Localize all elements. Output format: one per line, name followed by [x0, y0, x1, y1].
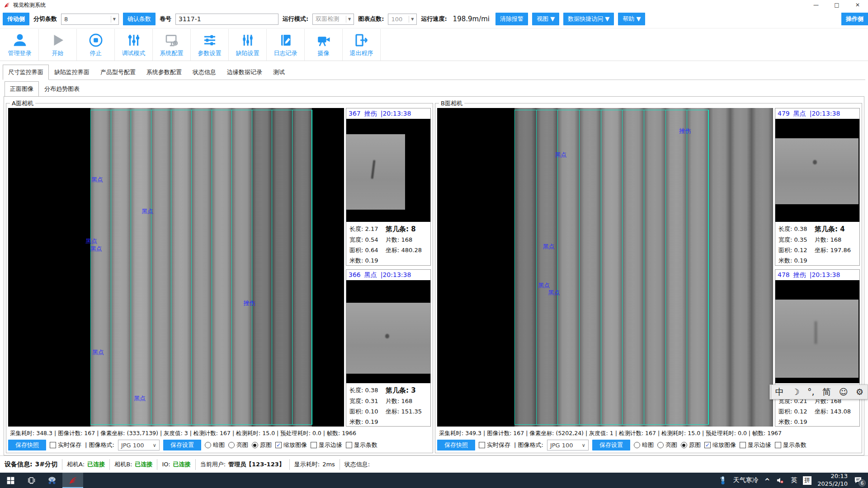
- film-strip: [730, 108, 752, 427]
- stat-label: 坐标:: [815, 247, 828, 253]
- main-tab-2[interactable]: 产品型号配置: [95, 65, 141, 80]
- defect-mark: [385, 334, 389, 338]
- display-option-checkbox-1[interactable]: 显示边缘: [311, 441, 342, 449]
- ribbon-item-system-config[interactable]: 系统配置: [153, 29, 191, 61]
- image-mode-radio-1[interactable]: 亮图: [228, 441, 248, 449]
- main-tab-0[interactable]: 尺寸监控界面: [3, 65, 49, 80]
- taskbar-clock[interactable]: 20:13 2025/2/10: [817, 473, 848, 488]
- punctuation-icon[interactable]: °,: [807, 388, 815, 396]
- ribbon-item-play[interactable]: 开始: [39, 29, 77, 61]
- defect-card[interactable]: 478挫伤|20:13:38长度: 0.57第几条: 3宽度: 0.21片数: …: [775, 269, 860, 427]
- save-snapshot-button[interactable]: 保存快照: [437, 440, 475, 450]
- operator-side-button[interactable]: 操作侧: [841, 13, 868, 25]
- display-option-checkbox-2[interactable]: 显示条数: [775, 441, 807, 449]
- camera-image[interactable]: 黑点黑点黑点黑点挫伤黑点黑点: [8, 108, 344, 427]
- strip-boundary-line: [665, 110, 666, 425]
- ribbon-item-label: 系统配置: [160, 49, 184, 57]
- task-view-button[interactable]: [21, 473, 42, 488]
- ribbon-item-log[interactable]: 日志记录: [267, 29, 305, 61]
- settings-gear-icon[interactable]: ⚙: [856, 388, 863, 396]
- save-settings-button[interactable]: 保存设置: [163, 440, 201, 450]
- stat-label: 坐标:: [386, 408, 399, 415]
- roll-number-input[interactable]: [175, 14, 278, 25]
- defect-card[interactable]: 366黑点|20:13:38长度: 0.38第几条: 3宽度: 0.31片数: …: [346, 269, 431, 427]
- ribbon-item-camera[interactable]: 摄像: [305, 29, 343, 61]
- ribbon-item-debug-mode[interactable]: 调试模式: [115, 29, 153, 61]
- half-moon-icon[interactable]: ☽: [792, 388, 799, 396]
- notification-center-button[interactable]: 6: [854, 476, 863, 485]
- defect-id: 479: [778, 110, 790, 118]
- status-item-5: 显示耗时:2ms: [290, 459, 340, 470]
- thermometer-icon[interactable]: [718, 476, 727, 485]
- app-taskbar-button[interactable]: [62, 473, 83, 488]
- defect-card[interactable]: 479黑点|20:13:38长度: 0.38第几条: 4宽度: 0.35片数: …: [775, 108, 860, 266]
- display-option-checkbox-0[interactable]: 缩放图像: [275, 441, 307, 449]
- main-tab-4[interactable]: 状态信息: [187, 65, 222, 80]
- lang-pinyin-indicator[interactable]: 拼: [803, 476, 811, 485]
- toolbar-button-2[interactable]: 数据快捷访问 ▼: [563, 13, 614, 25]
- simplified-icon[interactable]: 简: [822, 388, 831, 396]
- select-value: JPG 100: [550, 442, 573, 449]
- close-button[interactable]: ✕: [847, 0, 868, 10]
- confirm-count-button[interactable]: 确认条数: [123, 13, 156, 25]
- main-tab-5[interactable]: 边缘数据记录: [222, 65, 268, 80]
- radio-icon: [681, 442, 687, 448]
- chart-points-label: 图表点数:: [358, 15, 384, 23]
- film-strip: [579, 108, 601, 427]
- tray-expand-icon[interactable]: ^: [764, 477, 770, 485]
- image-mode-radio-0[interactable]: 暗图: [205, 441, 225, 449]
- ribbon-item-user[interactable]: 管理登录: [1, 29, 39, 61]
- stat-label: 第几条:: [386, 225, 409, 233]
- maximize-button[interactable]: □: [826, 0, 847, 10]
- ribbon-item-param-settings[interactable]: 参数设置: [191, 29, 229, 61]
- save-snapshot-button[interactable]: 保存快照: [8, 440, 46, 450]
- panel-controls: 保存快照实时保存| 图像格式:JPG 100∨保存设置暗图亮图原图缩放图像显示边…: [437, 439, 860, 451]
- realtime-save-checkbox[interactable]: 实时保存: [50, 441, 81, 449]
- start-button[interactable]: [0, 473, 21, 488]
- image-format-select[interactable]: JPG 100∨: [547, 440, 589, 450]
- drive-side-button[interactable]: 传动侧: [3, 13, 29, 25]
- camera-panel-b: B面相机挫伤黑点黑点黑点黑点479黑点|20:13:38长度: 0.38第几条:…: [435, 103, 862, 453]
- minimize-button[interactable]: —: [806, 0, 826, 10]
- realtime-save-checkbox[interactable]: 实时保存: [479, 441, 510, 449]
- window-title: 视觉检测系统: [13, 1, 46, 9]
- image-mode-radio-2[interactable]: 原图: [681, 441, 701, 449]
- image-mode-radio-1[interactable]: 亮图: [657, 441, 677, 449]
- stat-label: 片数:: [815, 236, 828, 243]
- split-count-select[interactable]: 8 ▼: [61, 14, 119, 25]
- main-tab-3[interactable]: 系统参数配置: [141, 65, 187, 80]
- display-option-checkbox-1[interactable]: 显示边缘: [740, 441, 771, 449]
- chart-points-select[interactable]: 100 ▼: [388, 14, 417, 25]
- sub-tab-1[interactable]: 分布趋势图表: [39, 81, 85, 96]
- snipping-tool-button[interactable]: [42, 473, 62, 488]
- toolbar-button-0[interactable]: 清除报警: [495, 13, 528, 25]
- camera-image[interactable]: 挫伤黑点黑点黑点黑点: [437, 108, 773, 427]
- ribbon-item-stop[interactable]: 停止: [77, 29, 115, 61]
- display-option-checkbox-2[interactable]: 显示条数: [346, 441, 377, 449]
- sub-tab-0[interactable]: 正面图像: [5, 81, 39, 97]
- chinese-mode-icon[interactable]: 中: [775, 388, 784, 396]
- ribbon-item-exit[interactable]: 退出程序: [343, 29, 381, 61]
- run-mode-label: 运行模式:: [283, 15, 308, 23]
- defect-type: 挫伤: [793, 271, 806, 279]
- weather-text[interactable]: 天气寒冷: [733, 476, 759, 484]
- defect-thumbnail: [775, 280, 859, 383]
- toolbar-button-1[interactable]: 视图 ▼: [532, 13, 559, 25]
- display-option-checkbox-0[interactable]: 缩放图像: [704, 441, 736, 449]
- ribbon-item-defect-settings[interactable]: 缺陷设置: [229, 29, 267, 61]
- emoji-icon[interactable]: ☺: [839, 388, 848, 396]
- image-format-select[interactable]: JPG 100∨: [118, 440, 160, 450]
- toolbar-button-3[interactable]: 帮助 ▼: [618, 13, 645, 25]
- defect-card[interactable]: 367挫伤|20:13:38长度: 2.17第几条: 8宽度: 0.54片数: …: [346, 108, 431, 266]
- main-tab-1[interactable]: 缺陷监控界面: [49, 65, 95, 80]
- run-mode-select[interactable]: 双面检测 ▼: [312, 14, 354, 25]
- film-strip: [644, 108, 665, 427]
- radio-icon: [205, 442, 211, 448]
- image-mode-radio-0[interactable]: 暗图: [634, 441, 654, 449]
- lang-english-indicator[interactable]: 英: [791, 476, 797, 484]
- save-settings-button[interactable]: 保存设置: [592, 440, 630, 450]
- speaker-muted-icon[interactable]: [776, 476, 785, 485]
- image-mode-radio-2[interactable]: 原图: [252, 441, 272, 449]
- main-tab-6[interactable]: 测试: [268, 65, 290, 80]
- ribbon-item-label: 摄像: [318, 49, 330, 57]
